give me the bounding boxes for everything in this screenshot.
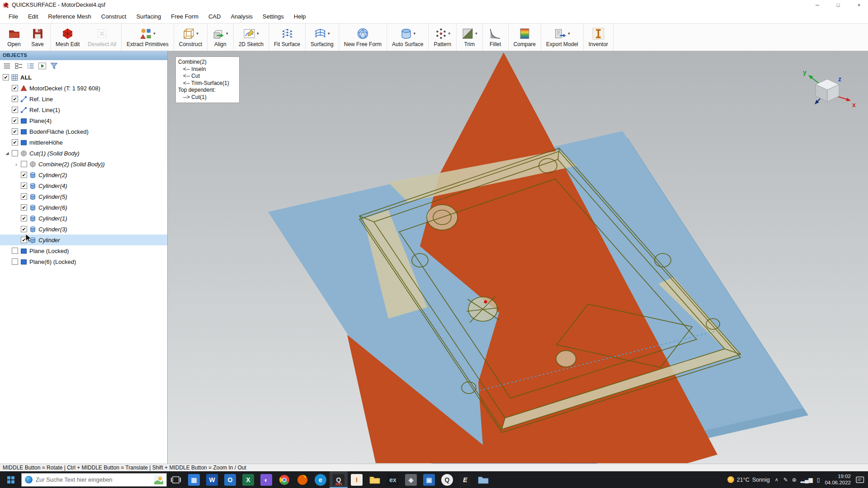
- align-button[interactable]: ▾Align: [208, 23, 232, 51]
- close-button[interactable]: ×: [850, 0, 868, 10]
- taskbar-app-excam[interactable]: ex: [384, 471, 402, 488]
- details-list-icon[interactable]: [26, 62, 35, 70]
- taskbar-clock[interactable]: 19:02 04.06.2022: [825, 474, 851, 486]
- extract-primitives-button[interactable]: ▾Extract Primitives: [123, 23, 173, 51]
- tree-item-cylinder-6[interactable]: ✔Cylinder(6): [0, 202, 167, 213]
- construct-button[interactable]: ▾Construct: [175, 23, 206, 51]
- menu-surfacing[interactable]: Surfacing: [131, 10, 166, 23]
- menu-cad[interactable]: CAD: [203, 10, 226, 23]
- taskbar-app-edge[interactable]: e: [311, 471, 330, 488]
- auto-surface-button[interactable]: ▾Auto Surface: [388, 23, 427, 51]
- taskbar-search-input[interactable]: Zur Suche Text hier eingeben: [21, 473, 167, 487]
- visibility-checkbox[interactable]: ✔: [21, 226, 27, 232]
- taskbar-app-word-blue[interactable]: W: [203, 471, 221, 488]
- orientation-cube[interactable]: y x z: [799, 66, 858, 112]
- dropdown-arrow-icon[interactable]: ▾: [153, 31, 156, 36]
- dropdown-arrow-icon[interactable]: ▾: [328, 31, 330, 36]
- surfacing-button[interactable]: ▾Surfacing: [307, 23, 338, 51]
- taskbar-app-remote-desktop[interactable]: ▦: [185, 471, 203, 488]
- dropdown-arrow-icon[interactable]: ▾: [196, 31, 198, 36]
- expander-closed-icon[interactable]: ›: [12, 161, 21, 168]
- visibility-checkbox[interactable]: ✔: [12, 96, 18, 102]
- menu-analysis[interactable]: Analysis: [226, 10, 257, 23]
- maximize-button[interactable]: □: [829, 0, 847, 10]
- tree-item-cylinder[interactable]: ✔Cylinder: [0, 235, 167, 245]
- visibility-checkbox[interactable]: [12, 258, 18, 265]
- taskbar-app-inventor[interactable]: I: [348, 471, 366, 488]
- collapse-all-icon[interactable]: [14, 62, 23, 70]
- visibility-checkbox[interactable]: ✔: [12, 107, 18, 113]
- compare-button[interactable]: Compare: [509, 23, 540, 51]
- filter-icon[interactable]: [50, 62, 58, 70]
- layers-list-icon[interactable]: [3, 62, 11, 70]
- menu-construct[interactable]: Construct: [96, 10, 132, 23]
- tree-item-plane-4[interactable]: ✔Plane(4): [0, 115, 167, 126]
- expander-open-icon[interactable]: ◢: [3, 151, 12, 155]
- tree-item-cylinder-5[interactable]: ✔Cylinder(5): [0, 191, 167, 202]
- visibility-checkbox[interactable]: ✔: [12, 117, 18, 124]
- tree-item-plane-6-locked[interactable]: Plane(6) (Locked): [0, 256, 167, 267]
- taskbar-app-e-reader[interactable]: E: [456, 471, 474, 488]
- taskbar-app-purple[interactable]: ◐: [257, 471, 275, 488]
- dropdown-arrow-icon[interactable]: ▾: [257, 31, 259, 36]
- signal-icon[interactable]: ▂▄▆: [801, 477, 813, 483]
- mesh-edit-button[interactable]: Mesh Edit: [52, 23, 84, 51]
- viewport-scene[interactable]: [168, 51, 868, 464]
- taskbar-app-window-blue[interactable]: ▣: [420, 471, 438, 488]
- visibility-checkbox[interactable]: [12, 248, 18, 254]
- menu-settings[interactable]: Settings: [258, 10, 289, 23]
- save-button[interactable]: Save: [26, 23, 49, 51]
- dropdown-arrow-icon[interactable]: ▾: [414, 31, 416, 36]
- weather-widget[interactable]: 21°C Sonnig: [727, 476, 770, 483]
- visibility-checkbox[interactable]: ✔: [21, 204, 27, 211]
- visibility-checkbox[interactable]: ✔: [3, 74, 9, 80]
- tree-item-mittlerehöhe[interactable]: ✔mittlereHöhe: [0, 137, 167, 148]
- tree-item-bodenfläche-locked[interactable]: ✔BodenFläche (Locked): [0, 126, 167, 137]
- dropdown-arrow-icon[interactable]: ▾: [448, 31, 451, 36]
- export-model-button[interactable]: ▾Export Model: [542, 23, 582, 51]
- taskbar-app-explorer[interactable]: [366, 471, 384, 488]
- taskbar-app-outlook[interactable]: O: [221, 471, 239, 488]
- tree-item-cylinder-3[interactable]: ✔Cylinder(3): [0, 224, 167, 235]
- tree-item-ref-line[interactable]: ✔Ref. Line: [0, 94, 167, 104]
- taskbar-app-firefox[interactable]: [293, 471, 311, 488]
- tree-item-all[interactable]: ✔ALL: [0, 72, 167, 83]
- visibility-checkbox[interactable]: ✔: [21, 215, 27, 221]
- tree-item-plane-locked[interactable]: Plane (Locked): [0, 245, 167, 256]
- dropdown-arrow-icon[interactable]: ▾: [568, 31, 570, 36]
- visibility-checkbox[interactable]: ✔: [12, 128, 18, 135]
- search-daily-art-icon[interactable]: [154, 475, 163, 484]
- taskbar-app-quicksurface[interactable]: Q2022: [330, 471, 348, 488]
- menu-file[interactable]: File: [4, 10, 23, 23]
- taskbar-app-gray-tool[interactable]: ◈: [402, 471, 420, 488]
- fillet-button[interactable]: Fillet: [484, 23, 507, 51]
- pattern-button[interactable]: ▾Pattern: [429, 23, 455, 51]
- tree-item-cut-1-solid-body[interactable]: ◢Cut(1) (Solid Body): [0, 148, 167, 159]
- dropdown-arrow-icon[interactable]: ▾: [475, 31, 477, 36]
- taskbar-task-view[interactable]: [167, 471, 185, 488]
- taskbar-app-excel[interactable]: X: [239, 471, 257, 488]
- tree-item-cylinder-4[interactable]: ✔Cylinder(4): [0, 180, 167, 191]
- menu-help[interactable]: Help: [289, 10, 311, 23]
- 3d-viewport[interactable]: Combine(2)<-- Inseln<-- Cut<-- Trim-Surf…: [168, 51, 868, 464]
- fit-surface-button[interactable]: Fit Surface: [270, 23, 304, 51]
- visibility-checkbox[interactable]: [12, 150, 18, 156]
- tree-item-cylinder-2[interactable]: ✔Cylinder(2): [0, 169, 167, 180]
- taskbar-app-white-q[interactable]: Q: [438, 471, 456, 488]
- hidden-icons-chevron[interactable]: ∧: [775, 477, 778, 483]
- visibility-checkbox[interactable]: ✔: [12, 85, 18, 91]
- visibility-checkbox[interactable]: ✔: [21, 237, 27, 243]
- pen-icon[interactable]: ✎: [783, 477, 788, 483]
- play-icon[interactable]: [38, 62, 47, 70]
- visibility-checkbox[interactable]: [21, 161, 27, 167]
- taskbar-app-chrome[interactable]: [275, 471, 293, 488]
- new-free-form-button[interactable]: New Free Form: [340, 23, 386, 51]
- visibility-checkbox[interactable]: ✔: [21, 172, 27, 178]
- menu-edit[interactable]: Edit: [23, 10, 43, 23]
- minimize-button[interactable]: ─: [808, 0, 826, 10]
- network-icon[interactable]: ⊕: [792, 477, 797, 483]
- menu-free-form[interactable]: Free Form: [166, 10, 203, 23]
- battery-icon[interactable]: ▯: [817, 477, 820, 483]
- visibility-checkbox[interactable]: ✔: [21, 183, 27, 189]
- notification-center-icon[interactable]: [856, 476, 864, 483]
